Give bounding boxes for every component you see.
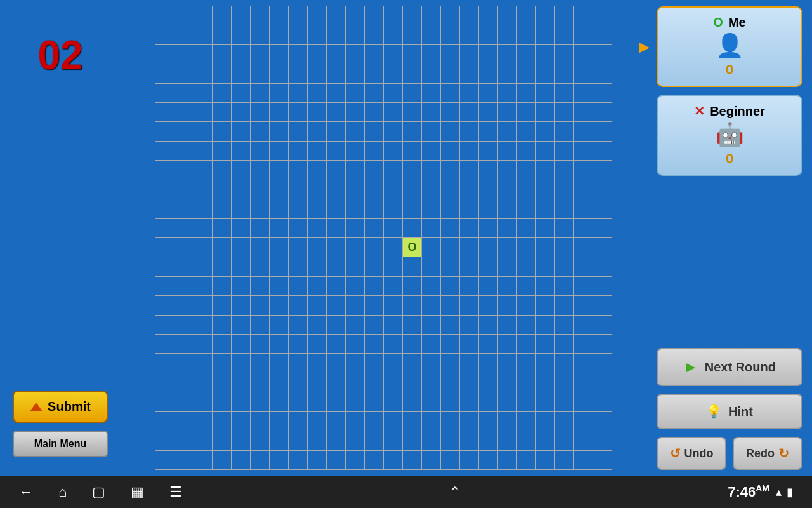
grid-cell[interactable] <box>498 431 517 450</box>
grid-cell[interactable] <box>403 392 422 411</box>
grid-cell[interactable] <box>213 354 232 373</box>
grid-cell[interactable] <box>555 45 574 64</box>
grid-cell[interactable] <box>498 45 517 64</box>
grid-cell[interactable] <box>574 180 593 199</box>
grid-cell[interactable] <box>289 412 308 431</box>
grid-cell[interactable] <box>365 354 384 373</box>
grid-cell[interactable] <box>460 296 479 315</box>
game-board[interactable]: O <box>155 6 612 470</box>
grid-cell[interactable] <box>422 25 441 44</box>
grid-cell[interactable] <box>593 354 612 373</box>
grid-cell[interactable] <box>536 122 555 141</box>
grid-cell[interactable] <box>289 238 308 257</box>
grid-cell[interactable] <box>346 431 365 450</box>
grid-cell[interactable] <box>232 238 251 257</box>
grid-cell[interactable] <box>422 354 441 373</box>
grid-cell[interactable] <box>460 219 479 238</box>
grid-cell[interactable] <box>593 238 612 257</box>
grid-cell[interactable] <box>574 277 593 296</box>
grid-cell[interactable] <box>308 142 327 161</box>
grid-cell[interactable] <box>574 199 593 218</box>
grid-cell[interactable] <box>213 296 232 315</box>
grid-cell[interactable] <box>155 354 174 373</box>
grid-cell[interactable] <box>422 199 441 218</box>
grid-cell[interactable] <box>593 296 612 315</box>
grid-cell[interactable] <box>593 103 612 122</box>
grid-cell[interactable] <box>422 373 441 392</box>
grid-cell[interactable] <box>441 180 460 199</box>
grid-cell[interactable] <box>479 354 498 373</box>
grid-cell[interactable] <box>251 25 270 44</box>
grid-cell[interactable] <box>479 257 498 276</box>
grid-cell[interactable] <box>270 64 289 83</box>
grid-cell[interactable] <box>574 45 593 64</box>
grid-cell[interactable] <box>555 219 574 238</box>
grid-cell[interactable] <box>536 199 555 218</box>
grid-cell[interactable] <box>232 180 251 199</box>
grid-cell[interactable] <box>346 45 365 64</box>
grid-cell[interactable] <box>213 142 232 161</box>
grid-cell[interactable] <box>174 199 193 218</box>
grid-cell[interactable] <box>384 277 403 296</box>
grid-cell[interactable] <box>593 84 612 103</box>
grid-cell[interactable] <box>232 277 251 296</box>
grid-cell[interactable] <box>155 412 174 431</box>
grid-cell[interactable] <box>555 451 574 470</box>
grid-cell[interactable] <box>574 257 593 276</box>
grid-cell[interactable] <box>251 335 270 354</box>
grid-cell[interactable] <box>498 373 517 392</box>
grid-cell[interactable] <box>270 316 289 335</box>
grid-cell[interactable] <box>155 392 174 411</box>
grid-cell[interactable] <box>574 354 593 373</box>
grid-cell[interactable] <box>555 161 574 180</box>
grid-cell[interactable] <box>479 25 498 44</box>
grid-cell[interactable] <box>536 142 555 161</box>
menu-icon[interactable]: ☰ <box>169 484 182 500</box>
grid-cell[interactable] <box>384 25 403 44</box>
grid-cell[interactable] <box>270 142 289 161</box>
grid-cell[interactable] <box>384 296 403 315</box>
grid-cell[interactable] <box>422 122 441 141</box>
grid-cell[interactable] <box>213 84 232 103</box>
grid-cell[interactable] <box>574 431 593 450</box>
grid-cell[interactable] <box>479 219 498 238</box>
grid-cell[interactable] <box>327 296 346 315</box>
grid-cell[interactable] <box>193 25 213 44</box>
grid-cell[interactable] <box>365 257 384 276</box>
grid-cell[interactable] <box>270 45 289 64</box>
grid-cell[interactable] <box>555 335 574 354</box>
grid-cell[interactable] <box>498 392 517 411</box>
grid-cell[interactable] <box>232 64 251 83</box>
grid-cell[interactable] <box>155 199 174 218</box>
grid-cell[interactable] <box>365 219 384 238</box>
grid-cell[interactable] <box>460 6 479 25</box>
grid-cell[interactable] <box>593 431 612 450</box>
grid-cell[interactable] <box>155 238 174 257</box>
grid-cell[interactable] <box>232 373 251 392</box>
grid-cell[interactable] <box>403 277 422 296</box>
grid-cell[interactable] <box>536 451 555 470</box>
grid-cell[interactable] <box>422 219 441 238</box>
grid-cell[interactable] <box>498 257 517 276</box>
grid-cell[interactable] <box>536 431 555 450</box>
grid-cell[interactable] <box>327 142 346 161</box>
grid-cell[interactable] <box>327 25 346 44</box>
grid-cell[interactable] <box>403 142 422 161</box>
grid-cell[interactable] <box>308 451 327 470</box>
grid-cell[interactable] <box>517 296 536 315</box>
grid-cell[interactable] <box>193 180 213 199</box>
grid-cell[interactable] <box>365 296 384 315</box>
grid-cell[interactable] <box>232 354 251 373</box>
grid-cell[interactable] <box>422 161 441 180</box>
grid-cell[interactable] <box>270 373 289 392</box>
grid-cell[interactable] <box>365 431 384 450</box>
grid-cell[interactable] <box>479 64 498 83</box>
grid-cell[interactable] <box>213 412 232 431</box>
grid-cell[interactable] <box>593 451 612 470</box>
grid-cell[interactable] <box>422 142 441 161</box>
grid-cell[interactable] <box>555 431 574 450</box>
grid-cell[interactable] <box>574 316 593 335</box>
grid-cell[interactable] <box>193 238 213 257</box>
grid-cell[interactable] <box>384 431 403 450</box>
grid-cell[interactable] <box>574 64 593 83</box>
